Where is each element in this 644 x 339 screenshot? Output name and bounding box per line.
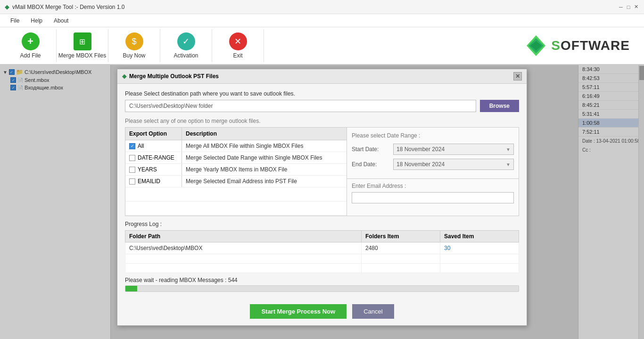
table-row <box>125 254 519 264</box>
years-checkbox[interactable] <box>129 167 135 173</box>
close-button[interactable]: ✕ <box>633 4 639 10</box>
table-row: EMAILID Merge Selected Email Address int… <box>125 176 347 187</box>
window-controls: ─ □ ✕ <box>618 4 639 10</box>
all-label: All <box>138 143 144 149</box>
buy-now-icon: $ <box>125 32 143 50</box>
all-checkbox[interactable]: ✓ <box>129 143 135 149</box>
add-file-icon: + <box>22 32 40 50</box>
col-desc-header: Description <box>182 128 347 140</box>
emailid-desc: Merge Selected Email Address into PST Fi… <box>182 176 347 187</box>
title-bar: ◆ vMail MBOX Merge Tool :- Demo Version … <box>0 0 644 14</box>
end-date-row: End Date: 18 November 2024 ▼ <box>352 159 514 170</box>
row-path: C:\Users\ved\Desktop\MBOX <box>125 242 362 254</box>
start-date-arrow: ▼ <box>506 147 511 152</box>
logo-area: SOFTWARE <box>525 34 639 57</box>
activation-icon: ✓ <box>177 32 195 50</box>
path-label: Please Select destination path where you… <box>125 90 519 97</box>
start-date-row: Start Date: 18 November 2024 ▼ <box>352 144 514 155</box>
merge-dialog: ◆ Merge Multiple Outlook PST Files ✕ Ple… <box>117 69 527 326</box>
end-date-value: 18 November 2024 <box>396 161 445 168</box>
exit-button[interactable]: ✕ Exit <box>212 29 264 62</box>
add-file-button[interactable]: + Add File <box>5 29 57 62</box>
exit-icon: ✕ <box>229 32 247 50</box>
dialog-backdrop: ◆ Merge Multiple Outlook PST Files ✕ Ple… <box>0 65 644 339</box>
progress-status: Please wait - reading MBOX Messages : 54… <box>125 277 519 283</box>
merge-mbox-label: Merge MBOX Files <box>58 52 106 59</box>
app-icon: ◆ <box>5 3 9 10</box>
logo-text: SOFTWARE <box>551 38 630 53</box>
browse-button[interactable]: Browse <box>480 100 519 112</box>
options-label: Please select any of one option to merge… <box>125 118 519 124</box>
dialog-title: Merge Multiple Outlook PST Files <box>129 73 219 80</box>
email-addr-section: Enter Email Address : <box>347 178 519 216</box>
date-range-title: Please select Date Range : <box>352 132 514 139</box>
table-row <box>125 264 519 273</box>
start-date-select[interactable]: 18 November 2024 ▼ <box>393 144 514 155</box>
end-date-select[interactable]: 18 November 2024 ▼ <box>393 159 514 170</box>
merge-mbox-icon: ⊞ <box>74 32 91 50</box>
export-table-header: Export Option Description <box>125 128 347 140</box>
activation-label: Activation <box>173 52 198 59</box>
table-row: YEARS Merge Yearly MBOX Items in MBOX Fi… <box>125 164 347 176</box>
dialog-close-button[interactable]: ✕ <box>513 72 522 81</box>
progress-table: Folder Path Folders Item Saved Item C:\U… <box>125 230 519 273</box>
end-date-arrow: ▼ <box>506 162 511 167</box>
dialog-footer: Start Merge Process Now Cancel <box>117 299 527 325</box>
right-panel: Please select Date Range : Start Date: 1… <box>347 127 519 216</box>
table-row <box>125 187 347 202</box>
start-merge-button[interactable]: Start Merge Process Now <box>250 304 347 319</box>
menu-help[interactable]: Help <box>25 16 48 26</box>
emailid-label: EMAILID <box>138 178 160 185</box>
menu-bar: File Help About <box>0 14 644 27</box>
main-content: ▼ ✓ 📁 C:\Users\ved\Desktop\MBOX ✓ 📄 Sent… <box>0 65 644 339</box>
daterange-checkbox[interactable] <box>129 155 135 161</box>
col-folders-item: Folders Item <box>362 231 440 242</box>
logo-icon <box>525 34 547 57</box>
buy-now-button[interactable]: $ Buy Now <box>108 29 160 62</box>
years-label: YEARS <box>138 166 157 173</box>
merge-mbox-button[interactable]: ⊞ Merge MBOX Files <box>57 29 108 62</box>
daterange-label: DATE-RANGE <box>138 154 174 161</box>
table-row: DATE-RANGE Merge Selected Date Range wit… <box>125 152 347 164</box>
table-row: ✓ All Merge All MBOX File within Single … <box>125 140 347 152</box>
daterange-desc: Merge Selected Date Range within Single … <box>182 152 347 163</box>
dialog-title-bar: ◆ Merge Multiple Outlook PST Files ✕ <box>117 69 527 84</box>
menu-file[interactable]: File <box>5 16 25 26</box>
add-file-label: Add File <box>20 52 41 59</box>
cancel-button[interactable]: Cancel <box>352 304 394 319</box>
activation-button[interactable]: ✓ Activation <box>160 29 212 62</box>
dialog-body: Please Select destination path where you… <box>117 84 527 299</box>
options-container: Export Option Description ✓ All Merge Al… <box>125 127 519 216</box>
email-addr-input[interactable] <box>352 192 514 203</box>
exit-label: Exit <box>233 52 242 59</box>
start-date-value: 18 November 2024 <box>396 146 445 153</box>
date-section: Please select Date Range : Start Date: 1… <box>347 128 519 178</box>
minimize-button[interactable]: ─ <box>618 4 624 10</box>
row-saved: 30 <box>440 242 519 254</box>
toolbar: + Add File ⊞ Merge MBOX Files $ Buy Now … <box>0 27 644 65</box>
app-title: vMail MBOX Merge Tool :- Demo Version 1.… <box>12 4 125 10</box>
export-table: Export Option Description ✓ All Merge Al… <box>125 127 347 216</box>
progress-bar-background <box>125 285 519 292</box>
path-input[interactable] <box>125 100 476 112</box>
emailid-checkbox[interactable] <box>129 178 135 185</box>
end-date-label: End Date: <box>352 161 389 168</box>
maximize-button[interactable]: □ <box>625 4 632 10</box>
all-desc: Merge All MBOX File within Single MBOX F… <box>182 140 347 152</box>
email-addr-label: Enter Email Address : <box>352 183 514 189</box>
col-option-header: Export Option <box>125 128 182 140</box>
table-row <box>125 202 347 216</box>
menu-about[interactable]: About <box>48 16 74 26</box>
buy-now-label: Buy Now <box>123 52 145 59</box>
start-date-label: Start Date: <box>352 146 389 153</box>
dialog-title-icon: ◆ <box>122 73 126 80</box>
path-row: Browse <box>125 100 519 112</box>
progress-log-label: Progress Log : <box>125 221 519 227</box>
years-desc: Merge Yearly MBOX Items in MBOX File <box>182 164 347 175</box>
table-row: C:\Users\ved\Desktop\MBOX 2480 30 <box>125 242 519 254</box>
row-folders: 2480 <box>362 242 440 254</box>
col-folder-path: Folder Path <box>125 231 362 242</box>
progress-section: Progress Log : Folder Path Folders Item … <box>125 221 519 292</box>
progress-bar-fill <box>125 286 137 291</box>
col-saved-item: Saved Item <box>440 231 519 242</box>
